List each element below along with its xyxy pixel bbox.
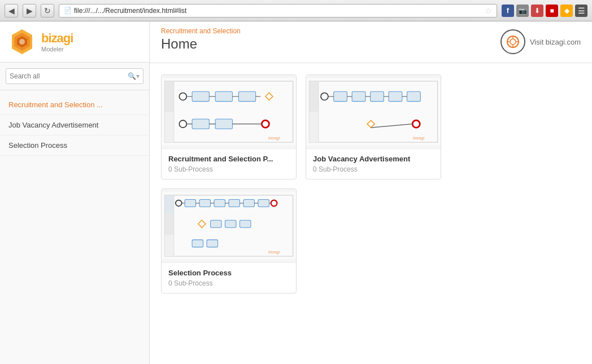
card-thumbnail-vacancy: bizagi bbox=[306, 75, 441, 148]
content-header: Recruitment and Selection Home Visit biz… bbox=[150, 21, 592, 63]
svg-rect-38 bbox=[334, 91, 347, 101]
svg-rect-14 bbox=[164, 112, 173, 142]
forward-button[interactable]: ▶ bbox=[23, 4, 36, 17]
nav-items: Recruitment and Selection ... Job Vacanc… bbox=[0, 90, 149, 160]
svg-rect-13 bbox=[164, 81, 173, 112]
svg-rect-63 bbox=[243, 199, 254, 207]
svg-rect-70 bbox=[192, 240, 203, 247]
address-bar[interactable]: 📄 file:///.../.../Recruitment/index.html… bbox=[59, 4, 497, 17]
card-recruitment[interactable]: bizagi Recruitment and Selection P... 0 … bbox=[161, 74, 297, 179]
card-info-recruitment: Recruitment and Selection P... 0 Sub-Pro… bbox=[162, 148, 296, 179]
selection-label: Selection Process bbox=[8, 141, 67, 150]
svg-rect-62 bbox=[229, 199, 240, 207]
svg-rect-69 bbox=[240, 220, 250, 227]
svg-text:bizagi: bizagi bbox=[268, 135, 280, 141]
yellow-icon[interactable]: ◆ bbox=[560, 5, 573, 17]
svg-rect-35 bbox=[309, 81, 318, 112]
svg-rect-36 bbox=[309, 112, 318, 142]
card-title-selection: Selection Process bbox=[168, 269, 289, 277]
svg-rect-57 bbox=[164, 235, 173, 256]
logo-text-area: bizagi Modeler bbox=[41, 31, 73, 52]
svg-text:bizagi: bizagi bbox=[413, 135, 424, 141]
svg-rect-39 bbox=[352, 91, 365, 101]
bizagi-logo-icon bbox=[8, 28, 36, 55]
facebook-icon[interactable]: f bbox=[502, 5, 514, 17]
red-icon[interactable]: ■ bbox=[546, 5, 558, 17]
card-title-recruitment: Recruitment and Selection P... bbox=[168, 155, 289, 163]
svg-rect-55 bbox=[164, 195, 173, 213]
svg-point-5 bbox=[510, 39, 516, 45]
search-area: 🔍▾ bbox=[0, 63, 149, 90]
breadcrumb-title-area: Recruitment and Selection Home bbox=[161, 27, 241, 52]
svg-rect-56 bbox=[164, 213, 173, 235]
browser-chrome: ◀ ▶ ↻ 📄 file:///.../.../Recruitment/inde… bbox=[0, 0, 592, 21]
svg-rect-16 bbox=[192, 91, 209, 101]
instagram-icon[interactable]: 📷 bbox=[516, 5, 529, 17]
content-area: Recruitment and Selection Home Visit biz… bbox=[150, 21, 592, 364]
menu-icon[interactable]: ☰ bbox=[575, 5, 587, 17]
svg-rect-21 bbox=[192, 119, 209, 129]
svg-rect-60 bbox=[199, 199, 210, 207]
card-subtitle-selection: 0 Sub-Process bbox=[168, 279, 289, 287]
address-text: file:///.../.../Recruitment/index.html#l… bbox=[74, 7, 482, 15]
card-info-vacancy: Job Vacancy Advertisement 0 Sub-Process bbox=[306, 148, 441, 179]
search-input[interactable] bbox=[10, 72, 128, 80]
logo-area: bizagi Modeler bbox=[0, 21, 149, 63]
back-button[interactable]: ◀ bbox=[5, 4, 18, 17]
bizagi-circle-icon bbox=[500, 29, 525, 54]
target-icon bbox=[506, 34, 520, 49]
card-vacancy[interactable]: bizagi Job Vacancy Advertisement 0 Sub-P… bbox=[306, 74, 441, 179]
svg-rect-71 bbox=[207, 240, 217, 247]
svg-rect-40 bbox=[371, 91, 384, 101]
svg-rect-59 bbox=[185, 199, 195, 207]
svg-rect-17 bbox=[215, 91, 232, 101]
svg-rect-42 bbox=[407, 91, 421, 101]
card-thumbnail-recruitment: bizagi bbox=[162, 75, 296, 148]
svg-rect-64 bbox=[258, 199, 269, 207]
card-subtitle-recruitment: 0 Sub-Process bbox=[168, 165, 289, 173]
bookmark-icon[interactable]: ☆ bbox=[485, 6, 492, 15]
visit-label[interactable]: Visit bizagi.com bbox=[530, 38, 581, 46]
sidebar: bizagi Modeler 🔍▾ Recruitment and Select… bbox=[0, 21, 150, 364]
svg-text:bizagi: bizagi bbox=[268, 249, 280, 255]
svg-rect-68 bbox=[225, 220, 236, 227]
cards-grid: bizagi Recruitment and Selection P... 0 … bbox=[150, 63, 592, 305]
refresh-button[interactable]: ↻ bbox=[41, 4, 54, 17]
card-selection[interactable]: bizagi Selection Process 0 Sub-Process bbox=[161, 188, 297, 293]
breadcrumb[interactable]: Recruitment and Selection bbox=[161, 27, 241, 35]
svg-point-3 bbox=[19, 39, 25, 45]
search-box: 🔍▾ bbox=[6, 68, 143, 84]
logo-hex bbox=[8, 28, 36, 55]
card-title-vacancy: Job Vacancy Advertisement bbox=[313, 155, 434, 163]
logo-sub: Modeler bbox=[41, 46, 73, 52]
sidebar-item-selection[interactable]: Selection Process bbox=[0, 135, 149, 156]
sidebar-item-vacancy[interactable]: Job Vacancy Advertisement bbox=[0, 115, 149, 135]
bpmn-diagram-selection: bizagi bbox=[162, 189, 296, 262]
recruitment-link[interactable]: Recruitment and Selection ... bbox=[8, 100, 103, 109]
logo-brand: bizagi bbox=[41, 31, 73, 46]
svg-rect-22 bbox=[215, 119, 232, 129]
svg-rect-67 bbox=[211, 220, 221, 227]
main-container: bizagi Modeler 🔍▾ Recruitment and Select… bbox=[0, 21, 592, 364]
download-icon[interactable]: ⬇ bbox=[531, 5, 543, 17]
card-thumbnail-selection: bizagi bbox=[162, 189, 296, 262]
bpmn-diagram-vacancy: bizagi bbox=[306, 75, 441, 148]
search-icon[interactable]: 🔍▾ bbox=[128, 72, 140, 80]
vacancy-label: Job Vacancy Advertisement bbox=[8, 121, 98, 129]
card-subtitle-vacancy: 0 Sub-Process bbox=[313, 165, 434, 173]
browser-toolbar: f 📷 ⬇ ■ ◆ ☰ bbox=[502, 5, 587, 17]
page-title: Home bbox=[161, 36, 241, 52]
card-info-selection: Selection Process 0 Sub-Process bbox=[162, 262, 296, 293]
visit-bizagi-area[interactable]: Visit bizagi.com bbox=[500, 29, 581, 54]
sidebar-item-recruitment[interactable]: Recruitment and Selection ... bbox=[0, 95, 149, 115]
svg-rect-18 bbox=[238, 91, 255, 101]
bpmn-diagram-recruitment: bizagi bbox=[162, 75, 296, 148]
svg-rect-61 bbox=[214, 199, 225, 207]
svg-rect-41 bbox=[389, 91, 402, 101]
